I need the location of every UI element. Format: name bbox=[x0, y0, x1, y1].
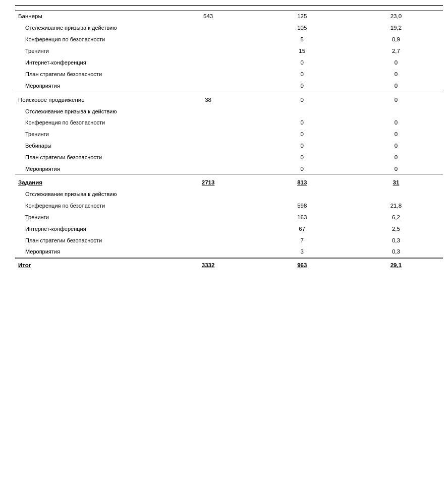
row-ratio: 0 bbox=[349, 129, 443, 140]
row-name: Тренинги bbox=[15, 129, 161, 140]
row-name: Конференция по безопасности bbox=[15, 117, 161, 129]
total-row: Итог333296329,1 bbox=[15, 258, 443, 271]
table-row: Поисковое продвижение3800 bbox=[15, 92, 443, 105]
table-row: Конференция по безопасности50,9 bbox=[15, 34, 443, 45]
row-ratio: 0,9 bbox=[349, 34, 443, 45]
row-total: 0 bbox=[255, 152, 349, 163]
row-initial bbox=[161, 152, 255, 163]
row-initial bbox=[161, 129, 255, 140]
row-total: 0 bbox=[255, 129, 349, 140]
table-header bbox=[15, 6, 443, 11]
total-name: Итог bbox=[15, 258, 161, 271]
row-initial bbox=[161, 22, 255, 34]
table-row: Отслеживание призыва к действию bbox=[15, 106, 443, 117]
row-ratio: 2,5 bbox=[349, 223, 443, 235]
total-ratio: 29,1 bbox=[349, 258, 443, 271]
row-total bbox=[255, 106, 349, 117]
header-initial bbox=[161, 6, 255, 11]
table-row: Тренинги1636,2 bbox=[15, 212, 443, 223]
row-total: 5 bbox=[255, 34, 349, 45]
row-total: 15 bbox=[255, 45, 349, 57]
row-initial bbox=[161, 69, 255, 80]
row-name: План стратегии безопасности bbox=[15, 152, 161, 163]
row-total: 0 bbox=[255, 140, 349, 152]
row-name: Отслеживание призыва к действию bbox=[15, 188, 161, 200]
row-initial bbox=[161, 80, 255, 92]
row-total: 0 bbox=[255, 57, 349, 69]
row-total: 0 bbox=[255, 69, 349, 80]
row-initial bbox=[161, 57, 255, 69]
table-row: Отслеживание призыва к действию10519,2 bbox=[15, 22, 443, 34]
row-ratio: 0 bbox=[349, 92, 443, 105]
row-name: Интернет-конференция bbox=[15, 223, 161, 235]
row-ratio: 0,3 bbox=[349, 235, 443, 246]
row-name: Отслеживание призыва к действию bbox=[15, 106, 161, 117]
table-row: Конференция по безопасности00 bbox=[15, 117, 443, 129]
table-row: Мероприятия00 bbox=[15, 163, 443, 175]
row-name: Конференция по безопасности bbox=[15, 34, 161, 45]
row-name: Задания bbox=[15, 175, 161, 188]
header-name bbox=[15, 6, 161, 11]
row-initial: 38 bbox=[161, 92, 255, 105]
total-initial: 3332 bbox=[161, 258, 255, 271]
row-initial: 2713 bbox=[161, 175, 255, 188]
row-ratio bbox=[349, 106, 443, 117]
row-total: 0 bbox=[255, 117, 349, 129]
row-total: 813 bbox=[255, 175, 349, 188]
row-total: 7 bbox=[255, 235, 349, 246]
row-initial bbox=[161, 235, 255, 246]
table-row: Тренинги00 bbox=[15, 129, 443, 140]
row-ratio: 19,2 bbox=[349, 22, 443, 34]
row-name: Вебинары bbox=[15, 140, 161, 152]
row-name: Поисковое продвижение bbox=[15, 92, 161, 105]
row-ratio: 0 bbox=[349, 152, 443, 163]
row-total: 125 bbox=[255, 11, 349, 22]
row-name: План стратегии безопасности bbox=[15, 235, 161, 246]
row-name: Конференция по безопасности bbox=[15, 200, 161, 212]
row-name: Мероприятия bbox=[15, 246, 161, 258]
row-ratio: 0 bbox=[349, 57, 443, 69]
row-ratio: 0 bbox=[349, 80, 443, 92]
row-ratio: 0 bbox=[349, 69, 443, 80]
table-row: Мероприятия30,3 bbox=[15, 246, 443, 258]
total-total: 963 bbox=[255, 258, 349, 271]
table-row: План стратегии безопасности00 bbox=[15, 69, 443, 80]
row-ratio: 0 bbox=[349, 140, 443, 152]
row-ratio: 0,3 bbox=[349, 246, 443, 258]
header-total bbox=[255, 6, 349, 11]
table-row: Тренинги152,7 bbox=[15, 45, 443, 57]
row-initial bbox=[161, 188, 255, 200]
header-ratio bbox=[349, 6, 443, 11]
row-total: 3 bbox=[255, 246, 349, 258]
table-row: Мероприятия00 bbox=[15, 80, 443, 92]
row-initial bbox=[161, 106, 255, 117]
row-ratio: 6,2 bbox=[349, 212, 443, 223]
table-row: План стратегии безопасности70,3 bbox=[15, 235, 443, 246]
row-initial bbox=[161, 45, 255, 57]
table-row: Интернет-конференция672,5 bbox=[15, 223, 443, 235]
row-initial bbox=[161, 212, 255, 223]
row-ratio: 21,8 bbox=[349, 200, 443, 212]
table-row: План стратегии безопасности00 bbox=[15, 152, 443, 163]
row-total: 67 bbox=[255, 223, 349, 235]
row-name: План стратегии безопасности bbox=[15, 69, 161, 80]
row-ratio: 23,0 bbox=[349, 11, 443, 22]
row-initial bbox=[161, 246, 255, 258]
row-ratio: 31 bbox=[349, 175, 443, 188]
row-initial bbox=[161, 163, 255, 175]
row-name: Мероприятия bbox=[15, 80, 161, 92]
row-initial bbox=[161, 34, 255, 45]
row-name: Отслеживание призыва к действию bbox=[15, 22, 161, 34]
table-row: Задания271381331 bbox=[15, 175, 443, 188]
row-total: 105 bbox=[255, 22, 349, 34]
row-initial bbox=[161, 200, 255, 212]
row-name: Тренинги bbox=[15, 45, 161, 57]
row-initial: 543 bbox=[161, 11, 255, 22]
row-ratio: 0 bbox=[349, 163, 443, 175]
row-name: Тренинги bbox=[15, 212, 161, 223]
row-name: Баннеры bbox=[15, 11, 161, 22]
row-total: 0 bbox=[255, 92, 349, 105]
table-row: Конференция по безопасности59821,8 bbox=[15, 200, 443, 212]
row-initial bbox=[161, 117, 255, 129]
row-total: 0 bbox=[255, 163, 349, 175]
